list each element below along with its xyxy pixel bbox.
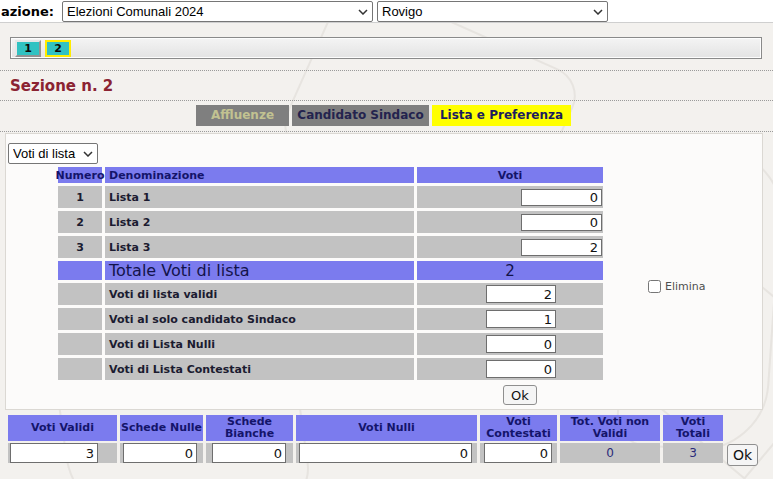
- summary-row: Voti di Lista Contestati: [58, 358, 603, 380]
- view-type-select[interactable]: Voti di lista: [8, 143, 98, 164]
- summary-votes-cell: [417, 358, 603, 380]
- summary-spacer-cell: [58, 308, 102, 330]
- elimina-field: Elimina: [648, 280, 706, 293]
- divider-line: [0, 70, 773, 71]
- top-bar: azione: Elezioni Comunali 2024 Rovigo: [0, 0, 773, 23]
- municipality-select-wrap: Rovigo: [377, 1, 608, 22]
- header-voti-totali: Voti Totali: [663, 415, 723, 441]
- summary-votes-cell: [417, 308, 603, 330]
- row-number: 3: [58, 236, 102, 258]
- selection-label: azione:: [1, 4, 54, 19]
- election-select-wrap: Elezioni Comunali 2024: [62, 1, 373, 22]
- ok-button-lista[interactable]: Ok: [503, 385, 537, 405]
- summary-label: Voti di Lista Contestati: [105, 358, 414, 380]
- header-voti: Voti: [417, 167, 603, 183]
- voti-contestati-input[interactable]: [484, 443, 552, 463]
- table-row: 1 Lista 1: [58, 186, 603, 208]
- tab-affluenze[interactable]: Affluenze: [196, 105, 289, 126]
- header-voti-validi: Voti Validi: [8, 415, 117, 441]
- row-votes-cell: [417, 186, 603, 208]
- lista2-voti-input[interactable]: [521, 214, 602, 231]
- elimina-checkbox[interactable]: [648, 280, 661, 293]
- summary-label: Voti al solo candidato Sindaco: [105, 308, 414, 330]
- cell-tot-voti-non-validi: 0: [560, 443, 660, 463]
- summary-spacer-cell: [58, 283, 102, 305]
- cell-voti-totali: 3: [663, 443, 723, 463]
- municipality-select[interactable]: Rovigo: [377, 1, 608, 22]
- row-number: 2: [58, 211, 102, 233]
- row-number: 1: [58, 186, 102, 208]
- header-denominazione: Denominazione: [105, 167, 414, 183]
- totale-value: 2: [417, 261, 603, 280]
- table-row: 3 Lista 3: [58, 236, 603, 258]
- voti-solo-sindaco-input[interactable]: [486, 310, 556, 328]
- elimina-label: Elimina: [665, 280, 706, 293]
- header-voti-nulli: Voti Nulli: [296, 415, 477, 441]
- totals-table: Voti Validi Schede Nulle Schede Bianche …: [8, 415, 723, 463]
- table-header-row: Numero Denominazione Voti: [58, 167, 603, 183]
- row-list-name: Lista 2: [105, 211, 414, 233]
- summary-votes-cell: [417, 283, 603, 305]
- cell-voti-contestati: [480, 443, 557, 463]
- ok-button-totals[interactable]: Ok: [727, 444, 758, 466]
- page-title: Sezione n. 2: [10, 77, 113, 95]
- voti-lista-contestati-input[interactable]: [486, 360, 556, 378]
- row-votes-cell: [417, 236, 603, 258]
- voti-validi-input[interactable]: [10, 443, 98, 463]
- view-select-wrap: Voti di lista: [8, 143, 98, 164]
- voti-nulli-input[interactable]: [299, 443, 472, 463]
- cell-schede-nulle: [120, 443, 203, 463]
- lista-votes-table: Numero Denominazione Voti 1 Lista 1 2 Li…: [58, 167, 603, 383]
- lista1-voti-input[interactable]: [521, 189, 602, 206]
- header-schede-nulle: Schede Nulle: [120, 415, 203, 441]
- tab-lista-e-preferenza[interactable]: Lista e Preferenza: [432, 105, 571, 126]
- election-select[interactable]: Elezioni Comunali 2024: [62, 1, 373, 22]
- cell-schede-bianche: [206, 443, 293, 463]
- lista3-voti-input[interactable]: [521, 239, 602, 256]
- schede-bianche-input[interactable]: [212, 443, 286, 463]
- section-button-2-selected[interactable]: 2: [45, 40, 71, 57]
- schede-nulle-input[interactable]: [123, 443, 197, 463]
- voti-lista-nulli-input[interactable]: [486, 335, 556, 353]
- divider-line: [0, 100, 773, 101]
- totale-row: Totale Voti di lista 2: [58, 261, 603, 280]
- summary-votes-cell: [417, 333, 603, 355]
- table-row: 2 Lista 2: [58, 211, 603, 233]
- header-schede-bianche: Schede Bianche: [206, 415, 293, 441]
- header-numero: Numero: [58, 167, 102, 183]
- summary-row: Voti al solo candidato Sindaco: [58, 308, 603, 330]
- section-nav-bar: 1 2: [10, 37, 762, 59]
- row-list-name: Lista 3: [105, 236, 414, 258]
- summary-label: Voti di Lista Nulli: [105, 333, 414, 355]
- row-list-name: Lista 1: [105, 186, 414, 208]
- summary-label: Voti di lista validi: [105, 283, 414, 305]
- divider-line: [0, 131, 773, 132]
- totale-label: Totale Voti di lista: [105, 261, 414, 280]
- cell-voti-validi: [8, 443, 117, 463]
- row-votes-cell: [417, 211, 603, 233]
- cell-voti-nulli: [296, 443, 477, 463]
- summary-spacer-cell: [58, 333, 102, 355]
- tab-candidato-sindaco[interactable]: Candidato Sindaco: [292, 105, 429, 126]
- voti-lista-validi-input[interactable]: [486, 285, 556, 303]
- summary-spacer-cell: [58, 358, 102, 380]
- header-voti-contestati: Voti Contestati: [480, 415, 557, 441]
- summary-row: Voti di Lista Nulli: [58, 333, 603, 355]
- totale-spacer-cell: [58, 261, 102, 280]
- header-tot-voti-non-validi: Tot. Voti non Validi: [560, 415, 660, 441]
- section-button-1[interactable]: 1: [15, 40, 41, 57]
- summary-row: Voti di lista validi: [58, 283, 603, 305]
